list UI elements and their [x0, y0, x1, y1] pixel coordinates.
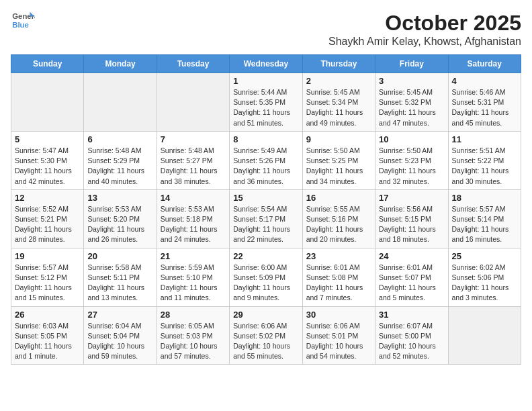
weekday-header-monday: Monday: [84, 55, 157, 73]
day-number: 24: [379, 251, 444, 261]
day-number: 15: [233, 193, 298, 203]
day-number: 10: [379, 134, 444, 144]
day-info: Sunrise: 5:55 AM Sunset: 5:16 PM Dayligh…: [306, 204, 371, 245]
month-title: October 2025: [328, 11, 521, 36]
day-number: 9: [306, 134, 371, 144]
day-number: 2: [306, 76, 371, 86]
weekday-header-sunday: Sunday: [11, 55, 84, 73]
day-info: Sunrise: 5:53 AM Sunset: 5:18 PM Dayligh…: [161, 204, 226, 245]
day-number: 18: [452, 193, 517, 203]
calendar-cell: 23Sunrise: 6:01 AM Sunset: 5:08 PM Dayli…: [302, 248, 375, 306]
day-number: 7: [161, 134, 226, 144]
day-info: Sunrise: 6:00 AM Sunset: 5:09 PM Dayligh…: [233, 263, 298, 304]
calendar-cell: 19Sunrise: 5:57 AM Sunset: 5:12 PM Dayli…: [11, 248, 84, 306]
calendar-cell: [84, 73, 157, 132]
calendar-cell: 3Sunrise: 5:45 AM Sunset: 5:32 PM Daylig…: [375, 73, 448, 132]
weekday-header-tuesday: Tuesday: [157, 55, 229, 73]
day-info: Sunrise: 6:05 AM Sunset: 5:03 PM Dayligh…: [161, 321, 226, 362]
day-number: 30: [306, 310, 371, 320]
calendar-cell: 14Sunrise: 5:53 AM Sunset: 5:18 PM Dayli…: [157, 189, 229, 248]
day-info: Sunrise: 5:46 AM Sunset: 5:31 PM Dayligh…: [452, 87, 517, 128]
calendar-cell: 10Sunrise: 5:50 AM Sunset: 5:23 PM Dayli…: [375, 131, 448, 189]
day-info: Sunrise: 6:07 AM Sunset: 5:00 PM Dayligh…: [379, 321, 444, 362]
calendar-cell: 28Sunrise: 6:05 AM Sunset: 5:03 PM Dayli…: [157, 306, 229, 365]
day-number: 29: [233, 310, 298, 320]
title-block: October 2025 Shaykh Amir Kelay, Khowst, …: [328, 11, 521, 48]
calendar-cell: 21Sunrise: 5:59 AM Sunset: 5:10 PM Dayli…: [157, 248, 229, 306]
day-info: Sunrise: 5:47 AM Sunset: 5:30 PM Dayligh…: [15, 146, 80, 187]
day-number: 11: [452, 134, 517, 144]
day-number: 14: [161, 193, 226, 203]
day-info: Sunrise: 5:51 AM Sunset: 5:22 PM Dayligh…: [452, 146, 517, 187]
day-info: Sunrise: 5:50 AM Sunset: 5:23 PM Dayligh…: [379, 146, 444, 187]
day-number: 31: [379, 310, 444, 320]
calendar-cell: 9Sunrise: 5:50 AM Sunset: 5:25 PM Daylig…: [302, 131, 375, 189]
day-number: 5: [15, 134, 80, 144]
day-info: Sunrise: 5:49 AM Sunset: 5:26 PM Dayligh…: [233, 146, 298, 187]
day-number: 8: [233, 134, 298, 144]
day-info: Sunrise: 5:48 AM Sunset: 5:29 PM Dayligh…: [87, 146, 152, 187]
day-info: Sunrise: 5:45 AM Sunset: 5:34 PM Dayligh…: [306, 87, 371, 128]
day-number: 17: [379, 193, 444, 203]
calendar-cell: 1Sunrise: 5:44 AM Sunset: 5:35 PM Daylig…: [230, 73, 302, 132]
day-info: Sunrise: 5:50 AM Sunset: 5:25 PM Dayligh…: [306, 146, 371, 187]
calendar-cell: 30Sunrise: 6:06 AM Sunset: 5:01 PM Dayli…: [302, 306, 375, 365]
calendar-cell: [157, 73, 229, 132]
calendar-week-row: 19Sunrise: 5:57 AM Sunset: 5:12 PM Dayli…: [11, 248, 521, 306]
calendar-cell: 31Sunrise: 6:07 AM Sunset: 5:00 PM Dayli…: [375, 306, 448, 365]
calendar-cell: 16Sunrise: 5:55 AM Sunset: 5:16 PM Dayli…: [302, 189, 375, 248]
day-info: Sunrise: 6:04 AM Sunset: 5:04 PM Dayligh…: [87, 321, 152, 362]
calendar-cell: 2Sunrise: 5:45 AM Sunset: 5:34 PM Daylig…: [302, 73, 375, 132]
day-number: 4: [452, 76, 517, 86]
calendar-cell: 12Sunrise: 5:52 AM Sunset: 5:21 PM Dayli…: [11, 189, 84, 248]
day-number: 25: [452, 251, 517, 261]
day-number: 21: [161, 251, 226, 261]
weekday-header-row: SundayMondayTuesdayWednesdayThursdayFrid…: [11, 55, 521, 73]
logo: General Blue: [11, 11, 35, 30]
weekday-header-friday: Friday: [375, 55, 448, 73]
day-info: Sunrise: 5:52 AM Sunset: 5:21 PM Dayligh…: [15, 204, 80, 245]
day-number: 20: [87, 251, 152, 261]
calendar-cell: 4Sunrise: 5:46 AM Sunset: 5:31 PM Daylig…: [448, 73, 521, 132]
calendar-cell: [11, 73, 84, 132]
calendar-cell: 27Sunrise: 6:04 AM Sunset: 5:04 PM Dayli…: [84, 306, 157, 365]
day-info: Sunrise: 5:57 AM Sunset: 5:12 PM Dayligh…: [15, 263, 80, 304]
day-info: Sunrise: 5:48 AM Sunset: 5:27 PM Dayligh…: [161, 146, 226, 187]
day-info: Sunrise: 6:01 AM Sunset: 5:08 PM Dayligh…: [306, 263, 371, 304]
weekday-header-wednesday: Wednesday: [230, 55, 302, 73]
calendar-cell: 5Sunrise: 5:47 AM Sunset: 5:30 PM Daylig…: [11, 131, 84, 189]
day-info: Sunrise: 6:02 AM Sunset: 5:06 PM Dayligh…: [452, 263, 517, 304]
day-info: Sunrise: 5:59 AM Sunset: 5:10 PM Dayligh…: [161, 263, 226, 304]
calendar-cell: 24Sunrise: 6:01 AM Sunset: 5:07 PM Dayli…: [375, 248, 448, 306]
day-number: 23: [306, 251, 371, 261]
calendar-cell: 15Sunrise: 5:54 AM Sunset: 5:17 PM Dayli…: [230, 189, 302, 248]
calendar-cell: 11Sunrise: 5:51 AM Sunset: 5:22 PM Dayli…: [448, 131, 521, 189]
day-number: 13: [87, 193, 152, 203]
day-info: Sunrise: 6:06 AM Sunset: 5:02 PM Dayligh…: [233, 321, 298, 362]
calendar-table: SundayMondayTuesdayWednesdayThursdayFrid…: [11, 54, 521, 365]
day-info: Sunrise: 5:57 AM Sunset: 5:14 PM Dayligh…: [452, 204, 517, 245]
day-info: Sunrise: 6:03 AM Sunset: 5:05 PM Dayligh…: [15, 321, 80, 362]
calendar-cell: 13Sunrise: 5:53 AM Sunset: 5:20 PM Dayli…: [84, 189, 157, 248]
calendar-cell: 17Sunrise: 5:56 AM Sunset: 5:15 PM Dayli…: [375, 189, 448, 248]
calendar-cell: 7Sunrise: 5:48 AM Sunset: 5:27 PM Daylig…: [157, 131, 229, 189]
day-info: Sunrise: 5:58 AM Sunset: 5:11 PM Dayligh…: [87, 263, 152, 304]
calendar-cell: 20Sunrise: 5:58 AM Sunset: 5:11 PM Dayli…: [84, 248, 157, 306]
calendar-week-row: 1Sunrise: 5:44 AM Sunset: 5:35 PM Daylig…: [11, 73, 521, 132]
day-info: Sunrise: 5:54 AM Sunset: 5:17 PM Dayligh…: [233, 204, 298, 245]
calendar-week-row: 5Sunrise: 5:47 AM Sunset: 5:30 PM Daylig…: [11, 131, 521, 189]
calendar-cell: 25Sunrise: 6:02 AM Sunset: 5:06 PM Dayli…: [448, 248, 521, 306]
day-info: Sunrise: 5:53 AM Sunset: 5:20 PM Dayligh…: [87, 204, 152, 245]
day-number: 19: [15, 251, 80, 261]
day-number: 16: [306, 193, 371, 203]
day-number: 28: [161, 310, 226, 320]
day-info: Sunrise: 6:06 AM Sunset: 5:01 PM Dayligh…: [306, 321, 371, 362]
day-number: 12: [15, 193, 80, 203]
day-number: 22: [233, 251, 298, 261]
svg-text:Blue: Blue: [12, 21, 29, 29]
day-info: Sunrise: 5:56 AM Sunset: 5:15 PM Dayligh…: [379, 204, 444, 245]
weekday-header-thursday: Thursday: [302, 55, 375, 73]
calendar-cell: 29Sunrise: 6:06 AM Sunset: 5:02 PM Dayli…: [230, 306, 302, 365]
day-number: 3: [379, 76, 444, 86]
day-info: Sunrise: 5:44 AM Sunset: 5:35 PM Dayligh…: [233, 87, 298, 128]
